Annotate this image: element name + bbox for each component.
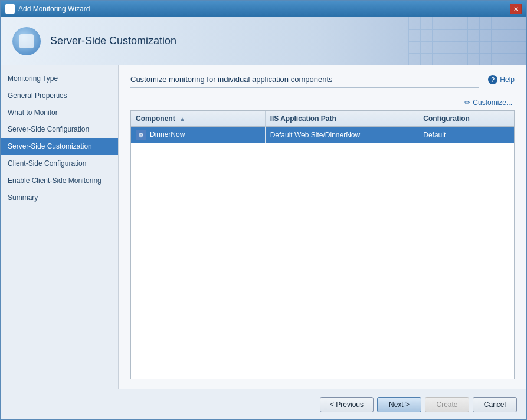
close-button[interactable]: ✕ [510,4,522,14]
component-table: Component ▲ IIS Application Path Configu… [131,111,514,143]
previous-button[interactable]: < Previous [320,397,374,412]
table-body: DinnerNowDefault Web Site/DinnerNowDefau… [131,127,514,144]
customize-label: Customize... [473,99,512,107]
wizard-body: Monitoring TypeGeneral PropertiesWhat to… [1,65,526,389]
sidebar-item-enable-client-side-monitoring[interactable]: Enable Client-Side Monitoring [1,172,118,189]
table-row[interactable]: DinnerNowDefault Web Site/DinnerNowDefau… [131,127,514,144]
help-label: Help [500,76,515,84]
cell-component: DinnerNow [131,127,265,144]
wizard-header-icon [12,27,41,55]
cell-configuration: Default [418,127,514,144]
customize-bar: ✏ Customize... [130,97,515,108]
window-title: Add Monitoring Wizard [18,5,90,13]
column-label-configuration: Configuration [423,114,470,123]
title-bar: Add Monitoring Wizard ✕ [1,1,526,17]
wizard-window: Add Monitoring Wizard ✕ Server-Side Cust… [0,0,527,420]
create-button[interactable]: Create [425,397,469,412]
content-title: Customize monitoring for individual appl… [130,75,479,88]
column-label-component: Component [136,114,175,123]
content-area: Customize monitoring for individual appl… [119,65,526,389]
sidebar-item-what-to-monitor[interactable]: What to Monitor [1,104,118,122]
sidebar-item-server-side-customization[interactable]: Server-Side Customization [1,138,118,155]
column-header-component[interactable]: Component ▲ [131,111,265,127]
component-name: DinnerNow [150,130,185,139]
title-bar-icon [5,4,15,14]
content-header: Customize monitoring for individual appl… [130,75,515,88]
page-title: Server-Side Customization [50,35,176,47]
wizard-footer: < Previous Next > Create Cancel [1,389,526,419]
sidebar: Monitoring TypeGeneral PropertiesWhat to… [1,65,119,389]
cancel-button[interactable]: Cancel [473,397,517,412]
column-label-iis: IIS Application Path [270,114,336,123]
column-header-configuration[interactable]: Configuration [418,111,514,127]
wizard-header: Server-Side Customization [1,17,526,65]
sidebar-item-summary[interactable]: Summary [1,189,118,206]
table-header-row: Component ▲ IIS Application Path Configu… [131,111,514,127]
sidebar-item-server-side-configuration[interactable]: Server-Side Configuration [1,121,118,138]
help-icon: ? [488,75,497,84]
sidebar-item-monitoring-type[interactable]: Monitoring Type [1,70,118,87]
sidebar-item-general-properties[interactable]: General Properties [1,87,118,104]
column-header-iis[interactable]: IIS Application Path [265,111,418,127]
component-table-container: Component ▲ IIS Application Path Configu… [130,110,515,379]
pen-icon: ✏ [464,99,470,107]
sort-arrow-component: ▲ [179,116,185,122]
cell-iis-path: Default Web Site/DinnerNow [265,127,418,144]
title-bar-controls: ✕ [510,4,522,14]
sidebar-item-client-side-configuration[interactable]: Client-Side Configuration [1,155,118,172]
help-link[interactable]: ? Help [488,75,515,84]
customize-button[interactable]: ✏ Customize... [462,97,515,108]
header-decoration [408,17,526,65]
next-button[interactable]: Next > [377,397,421,412]
component-icon [136,130,146,140]
